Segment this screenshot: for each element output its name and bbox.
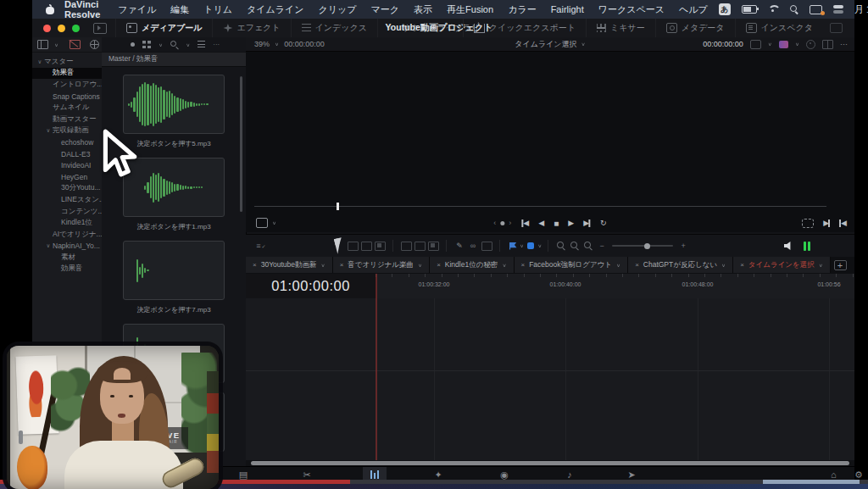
menubar-item[interactable]: カラー — [508, 3, 537, 16]
search-icon[interactable] — [170, 41, 178, 48]
menubar-item[interactable]: ファイル — [118, 3, 156, 16]
network-bin-icon[interactable] — [90, 40, 99, 49]
sort-icon[interactable] — [198, 41, 205, 48]
thumbnail-size-icon[interactable] — [131, 42, 135, 47]
timeline-view-options-icon[interactable]: ≡✓ — [254, 240, 268, 252]
media-pool-scrollbar[interactable] — [240, 76, 242, 212]
bin-tree-item[interactable]: ∨ イントロアウ... — [32, 79, 102, 91]
close-window-button[interactable] — [43, 25, 51, 32]
決定ボタンを押す7.mp3-page-button[interactable]: 決定ボタンを押す7.mp3 — [123, 241, 225, 314]
audio-monitor-icon[interactable] — [784, 242, 793, 251]
chevron-down-icon[interactable]: ∨ — [36, 58, 44, 65]
bin-tree-item[interactable]: ∨ 完収録動画 — [32, 125, 102, 137]
chevron-down-icon[interactable]: ∨ — [616, 262, 620, 267]
link-clips-icon[interactable]: ∞ — [466, 240, 480, 252]
bin-tree-item[interactable]: ∨ 効果音 — [32, 264, 102, 275]
chevron-down-icon[interactable]: ∨ — [44, 242, 53, 249]
match-frame-icon[interactable] — [802, 219, 814, 228]
loop-button[interactable]: ↻ — [600, 219, 607, 227]
first-frame-button[interactable]: ◀ — [521, 219, 528, 227]
close-tab-icon[interactable]: × — [740, 261, 744, 269]
timeline-tab[interactable]: × ChatGPTが反応しない ∨ — [628, 257, 733, 273]
timeline-tab[interactable]: × タイムラインを選択 ∨ — [733, 257, 831, 273]
bin-tree-item[interactable]: ∨ HeyGen — [32, 171, 102, 183]
timeline-tab[interactable]: × Facebook強制ログアウト ∨ — [515, 257, 629, 273]
camera-icon[interactable] — [750, 40, 761, 49]
play-reverse-button[interactable]: ◀ — [538, 219, 543, 227]
blade-edit-mode-icon[interactable] — [373, 240, 387, 252]
position-lock-icon[interactable] — [480, 240, 493, 252]
toolbar-button[interactable]: インデックス — [291, 19, 377, 37]
chevron-down-icon[interactable]: ∨ — [275, 42, 279, 47]
bin-tree-item[interactable]: ∨ DALL-E3 — [32, 148, 102, 160]
chevron-down-icon[interactable]: ∨ — [321, 262, 326, 267]
dynamic-trim-mode-icon[interactable] — [359, 240, 373, 252]
audio-meters-icon[interactable] — [804, 242, 811, 251]
chevron-down-icon[interactable]: ∨ — [159, 42, 163, 47]
playhead-timecode[interactable]: 01:00:00:00 — [246, 274, 376, 298]
menubar-item[interactable]: トリム — [203, 3, 232, 16]
close-tab-icon[interactable]: × — [437, 261, 441, 269]
menubar-item[interactable]: ワークスペース — [598, 3, 665, 16]
zoom-out-icon[interactable]: − — [595, 240, 609, 252]
chevron-down-icon[interactable]: ∨ — [272, 220, 276, 225]
決定ボタンを押す5.mp3-page-button[interactable]: 決定ボタンを押す5.mp3 — [123, 75, 225, 148]
control-center-icon[interactable] — [833, 5, 843, 14]
close-tab-icon[interactable]: × — [521, 261, 526, 269]
bin-tree-item[interactable]: ∨ 30分Youtu... — [32, 183, 102, 195]
selection-tool-icon[interactable] — [332, 240, 346, 252]
bin-tree-item[interactable]: ∨ InvideoAI — [32, 159, 102, 171]
menubar-app-name[interactable]: DaVinci Resolve — [64, 0, 104, 19]
toolbar-button[interactable]: エフェクト — [212, 19, 290, 37]
close-tab-icon[interactable]: × — [253, 261, 257, 269]
color-wheel-icon[interactable] — [806, 40, 815, 49]
play-button[interactable]: ▶ — [568, 219, 573, 227]
bin-tree-item[interactable]: ∨ マスター — [32, 56, 102, 68]
menubar-item[interactable]: 表示 — [414, 3, 432, 16]
jog-control[interactable]: ‹ › — [493, 219, 511, 227]
zoom-slider-handle[interactable] — [644, 243, 650, 249]
menubar-item[interactable]: 再生 — [447, 3, 465, 16]
more-options-icon[interactable]: ··· — [213, 41, 220, 48]
chevron-down-icon[interactable]: ∨ — [768, 42, 772, 47]
viewer-zoom-level[interactable]: 39% — [254, 40, 270, 48]
zoom-window-button[interactable] — [72, 25, 80, 32]
chevron-down-icon[interactable]: ∨ — [54, 42, 58, 47]
timeline-tab[interactable]: × 30Youtube動画新 ∨ — [246, 257, 333, 273]
apple-menu-icon[interactable] — [46, 4, 51, 14]
toolbar-button[interactable]: ミキサー — [586, 19, 655, 37]
bin-tree-item[interactable]: ∨ 効果音 — [32, 68, 102, 80]
bin-tree-item[interactable]: ∨ 動画マスター — [32, 114, 102, 125]
battery-icon[interactable] — [742, 5, 757, 14]
決定ボタンを押す1.mp3-page-button[interactable]: 決定ボタンを押す1.mp3 — [123, 158, 225, 231]
timeline-scrollbar[interactable] — [246, 460, 854, 466]
toolbar-button[interactable]: メディアプール — [115, 19, 212, 37]
chevron-down-icon[interactable]: ∨ — [721, 262, 726, 267]
bin-tree-item[interactable]: ∨ echoshow — [32, 136, 102, 148]
wifi-icon[interactable] — [768, 5, 779, 14]
viewer-mode-icon[interactable] — [256, 218, 268, 228]
chevron-down-icon[interactable]: ∨ — [418, 262, 422, 267]
replace-clip-icon[interactable] — [426, 240, 440, 252]
menubar-clock[interactable]: 月 14:32 — [854, 3, 868, 16]
menubar-item[interactable]: Fusion — [465, 4, 493, 14]
input-source-icon[interactable]: あ — [719, 3, 731, 15]
bin-tree-item[interactable]: ∨ Snap Captions — [32, 91, 102, 103]
bin-tree-item[interactable]: ∨ Kindle1位 — [32, 217, 102, 229]
menubar-item[interactable]: 編集 — [170, 3, 189, 16]
zoom-slider[interactable] — [612, 245, 673, 247]
capture-icon[interactable] — [93, 23, 107, 34]
menubar-item[interactable]: クリップ — [319, 3, 357, 16]
grid-view-icon[interactable] — [142, 41, 151, 48]
timeline-selector[interactable]: タイムライン選択 ∨ — [515, 39, 585, 50]
close-tab-icon[interactable]: × — [635, 261, 639, 269]
flag-icon[interactable] — [506, 240, 520, 252]
chevron-down-icon[interactable]: ∨ — [44, 127, 53, 134]
chevron-down-icon[interactable]: ∨ — [795, 42, 799, 47]
menubar-item[interactable]: Fairlight — [551, 4, 584, 14]
chevron-down-icon[interactable]: ∨ — [502, 262, 506, 267]
menubar-item[interactable]: ヘルプ — [679, 3, 708, 16]
toolbar-button[interactable]: インスペクタ — [735, 19, 823, 37]
capture-icon-right[interactable] — [830, 23, 843, 33]
timeline-tab[interactable]: × 音でオリジナル楽曲 ∨ — [333, 257, 431, 273]
